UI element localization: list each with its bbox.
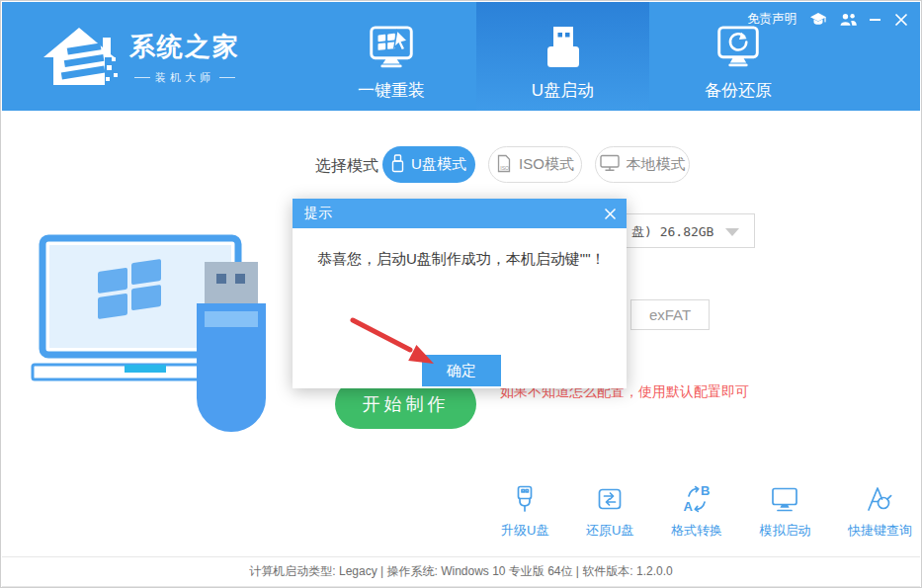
status-text: 计算机启动类型: Legacy | 操作系统: Windows 10 专业版 6… [249, 563, 672, 580]
window-controls: 免责声明 [747, 11, 908, 28]
mode-label: ISO模式 [519, 155, 574, 174]
tool-restore-usb[interactable]: 还原U盘 [586, 481, 633, 540]
mode-label: 本地模式 [627, 155, 686, 174]
footer-toolbar: 升级U盘 还原U盘 A B 格式转换 [501, 481, 912, 540]
tool-hotkey-query[interactable]: 快捷键查询 [848, 481, 912, 540]
monitor-small-icon [600, 154, 620, 175]
tool-label: 快捷键查询 [848, 522, 912, 540]
close-button[interactable] [894, 13, 908, 27]
format-exfat-button[interactable]: exFAT [630, 299, 710, 330]
brand-name: 系统之家 [126, 30, 243, 64]
dialog-title: 提示 [304, 205, 332, 222]
tab-label: U盘启动 [532, 79, 594, 102]
dialog-close-icon[interactable] [604, 208, 617, 220]
svg-text:B: B [701, 483, 710, 498]
tab-label: 一键重装 [358, 79, 425, 102]
dialog-message: 恭喜您，启动U盘制作成功，本机启动键""！ [317, 248, 609, 271]
statusbar-bottom-divider [2, 586, 920, 587]
mode-usb-button[interactable]: U盘模式 [382, 146, 475, 183]
decorative-dash [134, 77, 150, 78]
tool-label: 升级U盘 [501, 522, 548, 540]
reinstall-monitor-icon [365, 22, 418, 77]
usb-device-value: 盘) 26.82GB [631, 223, 713, 241]
tool-label: 格式转换 [671, 522, 722, 540]
backup-restore-icon [712, 22, 765, 77]
dialog-titlebar: 提示 [293, 199, 627, 228]
user-group-icon[interactable] [840, 13, 857, 27]
hotkey-search-icon [864, 481, 895, 515]
svg-text:ISO: ISO [500, 164, 509, 170]
svg-text:A: A [683, 499, 693, 514]
header: 系统之家 装机大师 [2, 2, 920, 111]
tool-label: 模拟启动 [759, 522, 810, 540]
tab-label: 备份还原 [705, 79, 772, 102]
tool-simulate-boot[interactable]: 模拟启动 [759, 481, 810, 540]
tool-upgrade-usb[interactable]: 升级U盘 [501, 481, 548, 540]
laptop-usb-illustration [31, 226, 297, 439]
monitor-icon [769, 481, 800, 515]
tool-format-convert[interactable]: A B 格式转换 [671, 481, 722, 540]
tab-one-key-reinstall[interactable]: 一键重装 [326, 2, 457, 111]
graduation-cap-icon[interactable] [809, 12, 827, 27]
a-to-b-convert-icon: A B [681, 481, 712, 515]
brand-logo: 系统之家 装机大师 [38, 20, 243, 95]
usb-small-icon [391, 154, 404, 176]
minimize-button[interactable] [870, 18, 881, 22]
decorative-dash [219, 77, 235, 78]
status-bar: 计算机启动类型: Legacy | 操作系统: Windows 10 专业版 6… [2, 557, 920, 586]
mode-iso-button[interactable]: ISO ISO模式 [488, 146, 582, 183]
usb-plug-icon [509, 481, 541, 515]
disclaimer-link[interactable]: 免责声明 [747, 11, 796, 28]
tip-dialog: 提示 恭喜您，启动U盘制作成功，本机启动键""！ 确定 [293, 199, 627, 388]
iso-file-icon: ISO [496, 154, 512, 176]
brand-subtitle: 装机大师 [155, 70, 214, 85]
usb-drive-icon [536, 22, 591, 77]
restore-cycle-icon [594, 481, 626, 515]
app-window: 系统之家 装机大师 [0, 0, 922, 588]
dialog-ok-button[interactable]: 确定 [422, 355, 501, 386]
tool-label: 还原U盘 [586, 522, 633, 540]
tab-usb-boot[interactable]: U盘启动 [476, 2, 649, 111]
mode-label: U盘模式 [411, 155, 466, 174]
dropdown-caret-icon [725, 228, 739, 236]
house-logo-icon [38, 20, 121, 95]
mode-local-button[interactable]: 本地模式 [595, 146, 690, 183]
